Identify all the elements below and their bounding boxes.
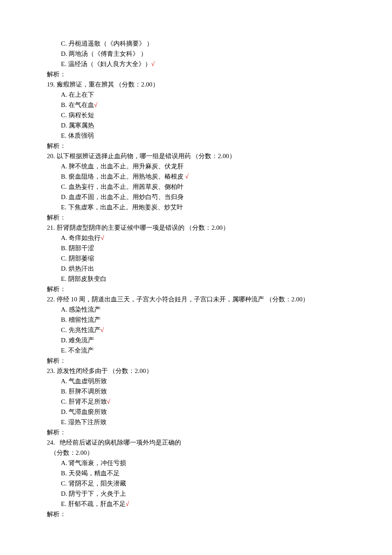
question-option: E. 体质强弱 — [47, 130, 345, 141]
option-text: 两地汤（《傅青主女科》 ） — [69, 50, 147, 57]
correct-check-icon: √ — [94, 101, 98, 108]
question-option: A. 肾气渐衰，冲任亏损 — [47, 458, 345, 468]
option-letter: B. — [61, 470, 69, 477]
option-letter: A. — [61, 163, 69, 170]
option-text: 肝郁不疏，肝血不足 — [68, 500, 126, 507]
option-letter: E. — [61, 132, 68, 139]
option-letter: D. — [61, 408, 69, 415]
question-option: D. 两地汤（《傅青主女科》 ） — [47, 49, 345, 59]
option-letter: C. — [61, 255, 69, 262]
option-text: 难免流产 — [69, 337, 94, 344]
option-letter: E. — [61, 275, 68, 282]
option-text: 阴部干涩 — [69, 245, 94, 251]
analysis-label: 解析： — [47, 509, 345, 519]
correct-check-icon: √ — [151, 61, 155, 67]
option-letter: D. — [61, 337, 69, 344]
option-text: 血热妄行，出血不止。用茜草炭、侧柏叶 — [69, 183, 184, 190]
option-text: 肾气渐衰，冲任亏损 — [69, 460, 126, 466]
option-text: 下焦虚寒，出血不止。用炮姜炭、炒艾叶 — [68, 204, 183, 211]
correct-check-icon: √ — [101, 327, 104, 333]
question-option: D. 难免流产 — [47, 335, 345, 345]
question-option: C. 阴部萎缩 — [47, 253, 345, 263]
option-text: 属寒属热 — [69, 122, 94, 129]
option-text: 奇痒如虫行 — [69, 234, 101, 241]
option-letter: A. — [61, 460, 69, 466]
correct-check-icon: √ — [126, 500, 129, 507]
question-option: A. 脾不统血，出血不止。用升麻炭、伏龙肝 — [47, 161, 345, 171]
question-option: E. 下焦虚寒，出血不止。用炮姜炭、炒艾叶 — [47, 202, 345, 212]
question-option: D. 属寒属热 — [47, 120, 345, 130]
question-stem: 21. 肝肾阴虚型阴痒的主要证候中哪一项是错误的 （分数：2.00） — [47, 223, 345, 233]
correct-check-icon: √ — [185, 173, 188, 180]
question-stem: 19. 瘢瘕辨证，重在辨其 （分数：2.00） — [47, 79, 345, 90]
question-stem: 20. 以下根据辨证选择止血药物，哪一组是错误用药 （分数：2.00） — [47, 151, 345, 161]
analysis-label: 解析： — [47, 141, 345, 151]
option-letter: B. — [61, 101, 69, 108]
option-text: 体质强弱 — [68, 132, 94, 139]
question-option: E. 肝郁不疏，肝血不足√ — [47, 499, 345, 509]
question-option: B. 肝脾不调所致 — [47, 386, 345, 396]
option-letter: B. — [61, 316, 69, 323]
option-letter: D. — [61, 194, 69, 200]
option-text: 肝脾不调所致 — [69, 388, 107, 395]
correct-check-icon: √ — [101, 234, 104, 241]
question-option: B. 稽留性流产 — [47, 315, 345, 325]
option-letter: E. — [61, 204, 68, 211]
option-text: 先兆性流产 — [69, 327, 101, 333]
analysis-label: 解析： — [47, 356, 345, 366]
option-text: 气血虚弱所致 — [69, 378, 107, 384]
question-option: C. 血热妄行，出血不止。用茜草炭、侧柏叶 — [47, 182, 345, 192]
option-letter: C. — [61, 480, 69, 487]
question-option: D. 血虚不固，出血不止。用炒白芍、当归身 — [47, 192, 345, 202]
option-text: 在气在血 — [69, 101, 94, 108]
option-text: 不全流产 — [68, 347, 94, 354]
question-option: A. 气血虚弱所致 — [47, 376, 345, 386]
question-option: E. 阴部皮肤变白 — [47, 274, 345, 284]
option-letter: C. — [61, 112, 69, 119]
analysis-label: 解析： — [47, 69, 345, 79]
option-text: 气滞血瘀所致 — [69, 408, 107, 415]
option-letter: C. — [61, 398, 69, 405]
question-option: C. 丹枙逍遥散（《内科摘要》 ） — [47, 38, 345, 49]
question-option: C. 先兆性流产√ — [47, 325, 345, 335]
question-option: A. 感染性流产 — [47, 304, 345, 315]
option-letter: C. — [61, 40, 69, 47]
question-option: D. 阴亏于下，火炎于上 — [47, 489, 345, 499]
option-letter: B. — [61, 245, 69, 251]
option-letter: D. — [61, 265, 69, 272]
option-letter: D. — [61, 490, 69, 497]
option-letter: A. — [61, 234, 69, 241]
option-letter: E. — [61, 347, 68, 354]
option-text: 感染性流产 — [69, 306, 101, 313]
question-option: E. 温经汤（《妇人良方大全》）√ — [47, 59, 345, 69]
option-text: 阴亏于下，火炎于上 — [69, 490, 126, 497]
exam-page: C. 丹枙逍遥散（《内科摘要》 ）D. 两地汤（《傅青主女科》 ）E. 温经汤（… — [0, 0, 392, 555]
option-text: 天癸竭，精血不足 — [69, 470, 120, 477]
option-letter: A. — [61, 91, 69, 98]
option-text: 湿热下注所致 — [68, 419, 107, 425]
question-stem: 22. 停经 10 周，阴道出血三天，子宫大小符合妊月，子宫口未开，属哪种流产 … — [47, 294, 345, 304]
option-letter: E. — [61, 61, 68, 67]
option-text: 血虚不固，出血不止。用炒白芍、当归身 — [69, 194, 184, 200]
question-score: （分数：2.00） — [47, 448, 345, 458]
option-letter: A. — [61, 378, 69, 384]
question-option: E. 不全流产 — [47, 345, 345, 356]
analysis-label: 解析： — [47, 427, 345, 437]
question-option: A. 在上在下 — [47, 90, 345, 100]
option-letter: D. — [61, 50, 69, 57]
question-option: D. 烘热汗出 — [47, 263, 345, 274]
option-text: 肝肾不足所致 — [69, 398, 107, 405]
analysis-label: 解析： — [47, 284, 345, 294]
question-option: B. 在气在血√ — [47, 100, 345, 110]
question-option: B. 天癸竭，精血不足 — [47, 468, 345, 478]
option-text: 脾不统血，出血不止。用升麻炭、伏龙肝 — [69, 163, 184, 170]
option-text: 丹枙逍遥散（《内科摘要》 ） — [69, 40, 153, 47]
option-letter: D. — [61, 122, 69, 129]
option-text: 烘热汗出 — [69, 265, 94, 272]
option-letter: A. — [61, 306, 69, 313]
option-text: 在上在下 — [69, 91, 94, 98]
question-option: A. 奇痒如虫行√ — [47, 233, 345, 243]
question-option: C. 肝肾不足所致√ — [47, 396, 345, 407]
option-text: 温经汤（《妇人良方大全》） — [68, 61, 151, 67]
option-letter: B. — [61, 388, 69, 395]
